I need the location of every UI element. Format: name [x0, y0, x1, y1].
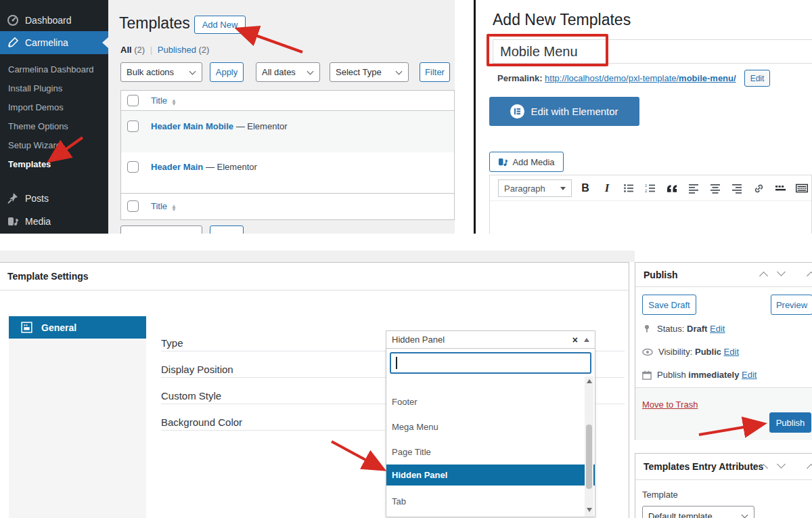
edit-with-elementor-button[interactable]: Edit with Elementor — [489, 97, 639, 126]
apply-button-bottom[interactable] — [210, 225, 244, 234]
blockquote-button[interactable] — [661, 175, 683, 201]
sidebar-item-posts[interactable]: Posts — [0, 188, 108, 209]
row-checkbox[interactable] — [127, 161, 139, 173]
paragraph-format-select[interactable]: Paragraph — [498, 179, 572, 197]
table-footer-row: Title▲▼ — [121, 193, 454, 219]
sidebar-item-install-plugins[interactable]: Install Plugins — [0, 79, 108, 98]
align-center-button[interactable] — [704, 175, 726, 201]
option-label: Footer — [392, 397, 418, 407]
all-dates-select[interactable]: All dates — [256, 62, 320, 82]
read-more-button[interactable] — [769, 175, 791, 201]
sidebar-item-carmelina-dashboard[interactable]: Carmelina Dashboard — [0, 60, 108, 79]
scroll-up-icon[interactable] — [587, 379, 592, 383]
dropdown-option-highlighted[interactable]: Hidden Panel — [386, 465, 595, 485]
permalink-link[interactable]: http://localhost/demo/pxl-template/mobil… — [545, 73, 736, 83]
toggle-panel-icon[interactable] — [807, 272, 812, 280]
apply-button[interactable]: Apply — [210, 62, 244, 82]
elementor-button-label: Edit with Elementor — [531, 106, 618, 117]
save-draft-button[interactable]: Save Draft — [642, 295, 696, 315]
sidebar-item-import-demos[interactable]: Import Demos — [0, 98, 108, 116]
bold-button[interactable]: B — [574, 175, 596, 201]
tab-general[interactable]: General — [9, 316, 146, 339]
sidebar-item-dashboard[interactable]: Dashboard — [0, 9, 108, 31]
link-button[interactable] — [748, 175, 769, 201]
table-row: Header Main — Elementor — [121, 152, 454, 193]
view-all-count: (2) — [134, 45, 145, 55]
dropdown-option[interactable]: Footer — [386, 389, 584, 414]
preview-button[interactable]: Preview — [771, 295, 812, 315]
toggle-panel-icon[interactable] — [807, 464, 812, 473]
edit-status-link[interactable]: Edit — [710, 324, 725, 334]
template-attr-select[interactable]: Default template — [642, 506, 754, 518]
dropdown-option[interactable]: Mega Menu — [386, 414, 584, 439]
move-to-trash-link[interactable]: Move to Trash — [642, 400, 698, 410]
move-down-icon[interactable] — [777, 460, 786, 469]
sidebar-item-media[interactable]: Media — [0, 211, 108, 232]
column-header-title[interactable]: Title▲▼ — [151, 95, 177, 106]
pushpin-icon — [7, 192, 19, 204]
edit-schedule-link[interactable]: Edit — [742, 370, 757, 380]
italic-button[interactable]: I — [596, 175, 618, 201]
bulk-actions-select[interactable]: Bulk actions — [120, 62, 202, 82]
sort-icon: ▲▼ — [171, 204, 177, 211]
attributes-header[interactable]: Templates Entry Attributes — [635, 454, 812, 480]
template-title-link[interactable]: Header Main — [151, 162, 203, 172]
bulk-actions-select-bottom[interactable] — [120, 225, 202, 234]
field-label-type: Type — [161, 337, 183, 349]
select-all-checkbox[interactable] — [127, 200, 139, 212]
submenu-label: Templates — [8, 159, 51, 169]
dropdown-scrollbar[interactable] — [585, 376, 593, 517]
view-all-link[interactable]: All — [120, 45, 132, 55]
field-label-background-color: Background Color — [161, 416, 242, 428]
sidebar-item-setup-wizard[interactable]: Setup Wizard — [0, 135, 108, 154]
select-all-checkbox[interactable] — [127, 95, 139, 106]
dropdown-option[interactable]: Page Title — [386, 439, 584, 465]
type-select-value: Hidden Panel — [392, 334, 445, 345]
editor-content-area[interactable] — [490, 202, 811, 234]
edit-visibility-link[interactable]: Edit — [724, 347, 739, 357]
filter-button[interactable]: Filter — [420, 62, 450, 82]
bullet-list-button[interactable] — [618, 175, 639, 201]
publish-header[interactable]: Publish — [635, 263, 812, 287]
admin-sidebar: Dashboard Carmelina Carmelina Dashboard … — [0, 0, 108, 234]
scroll-down-icon[interactable] — [587, 508, 592, 512]
template-settings-header[interactable]: Template Settings — [0, 263, 629, 290]
dropdown-option-clipped[interactable]: Header Mobile — [386, 376, 584, 385]
column-footer-title[interactable]: Title▲▼ — [151, 201, 177, 211]
template-title-link[interactable]: Header Main Mobile — [151, 121, 233, 131]
clear-selection-icon[interactable]: × — [572, 334, 578, 345]
view-published-link[interactable]: Published — [158, 45, 196, 55]
annotation-rectangle — [487, 34, 608, 66]
row-checkbox[interactable] — [127, 121, 139, 132]
move-up-icon[interactable] — [759, 272, 768, 280]
column-title-label: Title — [151, 201, 167, 211]
type-select-display[interactable]: Hidden Panel × — [386, 330, 595, 349]
bold-glyph: B — [581, 182, 589, 194]
align-right-button[interactable] — [726, 175, 748, 201]
numbered-list-icon: 12 — [645, 183, 656, 194]
move-up-icon[interactable] — [759, 464, 768, 473]
move-down-icon[interactable] — [777, 267, 786, 276]
sidebar-item-theme-options[interactable]: Theme Options — [0, 116, 108, 135]
numbered-list-button[interactable]: 12 — [639, 175, 661, 201]
submenu-label: Setup Wizard — [8, 140, 61, 150]
visibility-label: Visibility: — [658, 347, 692, 357]
permalink-edit-button[interactable]: Edit — [744, 70, 770, 87]
sidebar-item-carmelina[interactable]: Carmelina — [0, 31, 108, 54]
scrollbar-thumb[interactable] — [586, 425, 592, 489]
dropdown-search-input[interactable] — [390, 352, 591, 374]
sidebar-item-templates[interactable]: Templates — [0, 154, 108, 173]
publish-button[interactable]: Publish — [769, 412, 811, 433]
submenu-label: Import Demos — [8, 102, 64, 112]
dropdown-option[interactable]: Tab — [386, 489, 584, 514]
link-icon — [753, 183, 765, 194]
submenu-label: Install Plugins — [8, 83, 62, 93]
toolbar-toggle-button[interactable] — [791, 175, 812, 201]
template-title-suffix: — Elementor — [236, 121, 288, 131]
add-media-button[interactable]: Add Media — [489, 152, 564, 172]
select-type-select[interactable]: Select Type — [330, 62, 409, 82]
align-left-button[interactable] — [683, 175, 704, 201]
add-new-button[interactable]: Add New — [194, 16, 246, 34]
status-row: Status: Draft Edit — [642, 324, 725, 334]
current-menu-notch — [102, 37, 108, 48]
